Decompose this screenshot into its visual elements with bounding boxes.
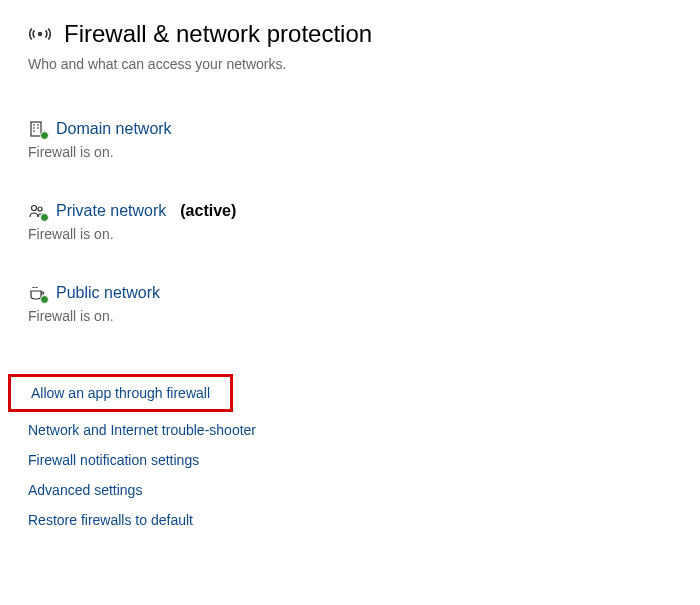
page-header: Firewall & network protection [28,20,672,48]
links-section: Allow an app through firewall Network an… [28,374,672,528]
private-network-label: Private network [56,202,166,220]
antenna-icon [28,22,52,46]
public-network-link[interactable]: Public network [28,284,672,302]
advanced-link[interactable]: Advanced settings [28,482,672,498]
svg-point-7 [32,206,37,211]
domain-network-status: Firewall is on. [28,144,672,160]
svg-point-0 [39,33,42,36]
private-network-status: Firewall is on. [28,226,672,242]
coffee-icon [28,284,46,302]
restore-link[interactable]: Restore firewalls to default [28,512,672,528]
active-label: (active) [180,202,236,220]
allow-app-link[interactable]: Allow an app through firewall [31,385,210,401]
building-icon [28,120,46,138]
private-network-section: Private network (active) Firewall is on. [28,202,672,242]
people-icon [28,202,46,220]
public-network-status: Firewall is on. [28,308,672,324]
public-network-section: Public network Firewall is on. [28,284,672,324]
page-subtitle: Who and what can access your networks. [28,56,672,72]
highlight-box: Allow an app through firewall [8,374,233,412]
domain-network-label: Domain network [56,120,172,138]
svg-point-8 [38,207,42,211]
page-title: Firewall & network protection [64,20,372,48]
public-network-label: Public network [56,284,160,302]
troubleshoot-link[interactable]: Network and Internet trouble-shooter [28,422,672,438]
private-network-link[interactable]: Private network (active) [28,202,672,220]
domain-network-section: Domain network Firewall is on. [28,120,672,160]
domain-network-link[interactable]: Domain network [28,120,672,138]
notifications-link[interactable]: Firewall notification settings [28,452,672,468]
